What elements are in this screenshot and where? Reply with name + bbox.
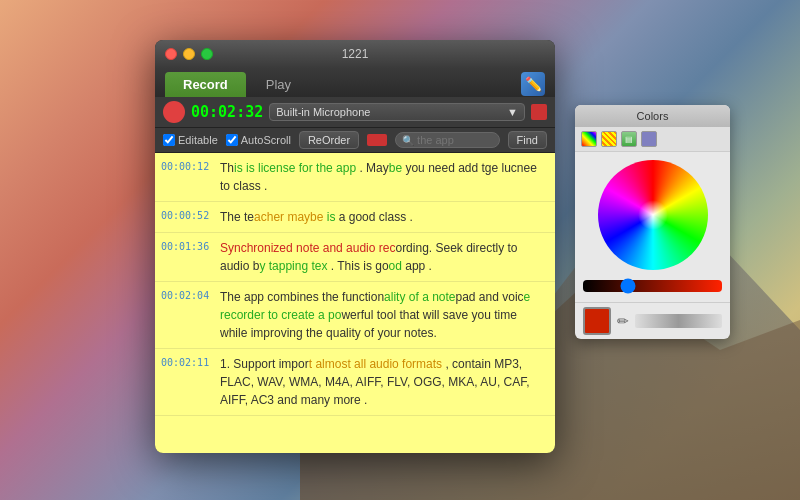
maximize-button[interactable]: [201, 48, 213, 60]
editable-checkbox[interactable]: Editable: [163, 134, 218, 146]
crayon-icon[interactable]: [601, 131, 617, 147]
microphone-select[interactable]: Built-in Microphone ▼: [269, 103, 525, 121]
brightness-range[interactable]: [583, 280, 722, 292]
note-text: This is license for the app . Maybe you …: [220, 159, 555, 195]
edit-icon[interactable]: ✏️: [521, 72, 545, 96]
text-segment: . This is go: [327, 259, 388, 273]
colors-title-bar: Colors: [575, 105, 730, 127]
text-segment: The app combines the function: [220, 290, 384, 304]
colors-panel: Colors ▤ ✏: [575, 105, 730, 339]
timestamp: 00:02:11: [155, 355, 220, 409]
text-segment: 1. Support impor: [220, 357, 309, 371]
notes-content[interactable]: 00:00:12This is license for the app . Ma…: [155, 153, 555, 453]
traffic-lights: [165, 48, 213, 60]
text-segment: Th: [220, 161, 234, 175]
window-title: 1221: [342, 47, 369, 61]
colors-title: Colors: [637, 110, 669, 122]
close-button[interactable]: [165, 48, 177, 60]
brightness-slider[interactable]: [583, 278, 722, 296]
find-button[interactable]: Find: [508, 131, 547, 149]
colors-bottom: ✏: [575, 302, 730, 339]
table-row: 00:00:12This is license for the app . Ma…: [155, 153, 555, 202]
color-wheel-icon[interactable]: [581, 131, 597, 147]
timestamp: 00:01:36: [155, 239, 220, 275]
tabs-row: Record Play ✏️: [155, 68, 555, 97]
toolbar-row: 00:02:32 Built-in Microphone ▼: [155, 97, 555, 128]
note-text: The app combines the functionality of a …: [220, 288, 555, 342]
table-row: 00:01:36Synchronized note and audio reco…: [155, 233, 555, 282]
text-segment: The te: [220, 210, 254, 224]
autoscroll-input[interactable]: [226, 134, 238, 146]
text-segment: app .: [402, 259, 432, 273]
text-segment: Synchronized note and audio rec: [220, 241, 395, 255]
tab-record[interactable]: Record: [165, 72, 246, 97]
table-row: 00:02:111. Support import almost all aud…: [155, 349, 555, 416]
minimize-button[interactable]: [183, 48, 195, 60]
record-button[interactable]: [163, 101, 185, 123]
pencil-icon[interactable]: ✏: [617, 313, 629, 329]
text-segment: t almost all audio formats: [309, 357, 442, 371]
table-row: 00:00:52The teacher maybe is a good clas…: [155, 202, 555, 233]
color-wheel-center: [638, 200, 668, 230]
title-bar: 1221: [155, 40, 555, 68]
colors-toolbar: ▤: [575, 127, 730, 152]
search-box: 🔍: [395, 132, 500, 148]
text-segment: acher maybe: [254, 210, 323, 224]
timestamp: 00:02:04: [155, 288, 220, 342]
search-input[interactable]: [417, 134, 477, 146]
timestamp: 00:00:52: [155, 208, 220, 226]
text-segment: a good class .: [335, 210, 412, 224]
text-segment: y tapping tex: [259, 259, 327, 273]
text-segment: pad and voic: [456, 290, 524, 304]
selected-color-swatch[interactable]: [583, 307, 611, 335]
text-segment: . May: [356, 161, 389, 175]
text-segment: od: [389, 259, 402, 273]
app-window: 1221 Record Play ✏️ 00:02:32 Built-in Mi…: [155, 40, 555, 453]
note-text: Synchronized note and audio recording. S…: [220, 239, 555, 275]
reorder-button[interactable]: ReOrder: [299, 131, 359, 149]
note-text: 1. Support import almost all audio forma…: [220, 355, 555, 409]
color-wheel[interactable]: [598, 160, 708, 270]
autoscroll-checkbox[interactable]: AutoScroll: [226, 134, 291, 146]
tab-play[interactable]: Play: [248, 72, 309, 97]
image-icon[interactable]: [641, 131, 657, 147]
color-wheel-container[interactable]: [575, 152, 730, 278]
text-segment: is is license for the app: [234, 161, 356, 175]
timer-display: 00:02:32: [191, 103, 263, 121]
options-row: Editable AutoScroll ReOrder 🔍 Find: [155, 128, 555, 153]
text-segment: be: [389, 161, 402, 175]
search-icon: 🔍: [402, 135, 414, 146]
text-segment: ality of a note: [384, 290, 455, 304]
timestamp: 00:00:12: [155, 159, 220, 195]
palette-icon[interactable]: ▤: [621, 131, 637, 147]
table-row: 00:02:04The app combines the functionali…: [155, 282, 555, 349]
stop-button[interactable]: [531, 104, 547, 120]
magnifier-strip: [635, 314, 722, 328]
editable-input[interactable]: [163, 134, 175, 146]
note-text: The teacher maybe is a good class .: [220, 208, 555, 226]
color-indicator: [367, 134, 387, 146]
